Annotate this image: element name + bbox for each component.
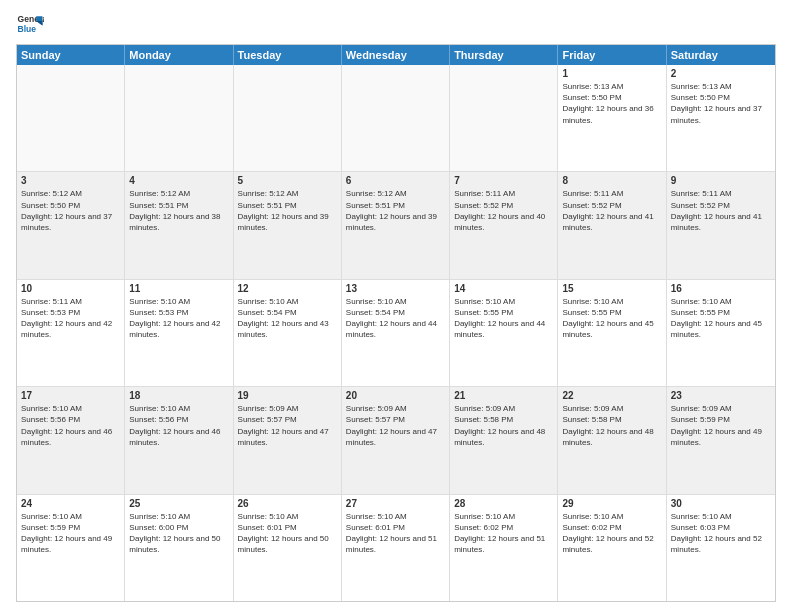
- calendar-cell: 22Sunrise: 5:09 AMSunset: 5:58 PMDayligh…: [558, 387, 666, 493]
- day-number: 2: [671, 68, 771, 79]
- cell-info: Sunrise: 5:12 AMSunset: 5:51 PMDaylight:…: [238, 188, 337, 233]
- calendar-body: 1Sunrise: 5:13 AMSunset: 5:50 PMDaylight…: [17, 65, 775, 601]
- cell-info: Sunrise: 5:10 AMSunset: 5:54 PMDaylight:…: [238, 296, 337, 341]
- cell-info: Sunrise: 5:11 AMSunset: 5:53 PMDaylight:…: [21, 296, 120, 341]
- calendar-cell: 24Sunrise: 5:10 AMSunset: 5:59 PMDayligh…: [17, 495, 125, 601]
- day-number: 29: [562, 498, 661, 509]
- cell-info: Sunrise: 5:09 AMSunset: 5:58 PMDaylight:…: [562, 403, 661, 448]
- calendar-row-2: 3Sunrise: 5:12 AMSunset: 5:50 PMDaylight…: [17, 171, 775, 278]
- calendar-cell: 6Sunrise: 5:12 AMSunset: 5:51 PMDaylight…: [342, 172, 450, 278]
- calendar-cell: 16Sunrise: 5:10 AMSunset: 5:55 PMDayligh…: [667, 280, 775, 386]
- calendar-cell: 30Sunrise: 5:10 AMSunset: 6:03 PMDayligh…: [667, 495, 775, 601]
- day-number: 15: [562, 283, 661, 294]
- calendar-cell: 29Sunrise: 5:10 AMSunset: 6:02 PMDayligh…: [558, 495, 666, 601]
- cell-info: Sunrise: 5:10 AMSunset: 5:55 PMDaylight:…: [671, 296, 771, 341]
- calendar-cell: 26Sunrise: 5:10 AMSunset: 6:01 PMDayligh…: [234, 495, 342, 601]
- cell-info: Sunrise: 5:11 AMSunset: 5:52 PMDaylight:…: [562, 188, 661, 233]
- logo-icon: General Blue: [16, 10, 44, 38]
- calendar-cell: 25Sunrise: 5:10 AMSunset: 6:00 PMDayligh…: [125, 495, 233, 601]
- day-number: 19: [238, 390, 337, 401]
- cell-info: Sunrise: 5:10 AMSunset: 5:54 PMDaylight:…: [346, 296, 445, 341]
- calendar-cell: [342, 65, 450, 171]
- weekday-header-thursday: Thursday: [450, 45, 558, 65]
- calendar-cell: 13Sunrise: 5:10 AMSunset: 5:54 PMDayligh…: [342, 280, 450, 386]
- day-number: 6: [346, 175, 445, 186]
- cell-info: Sunrise: 5:12 AMSunset: 5:51 PMDaylight:…: [346, 188, 445, 233]
- calendar-cell: 9Sunrise: 5:11 AMSunset: 5:52 PMDaylight…: [667, 172, 775, 278]
- day-number: 22: [562, 390, 661, 401]
- day-number: 20: [346, 390, 445, 401]
- calendar-page: General Blue SundayMondayTuesdayWednesda…: [0, 0, 792, 612]
- cell-info: Sunrise: 5:09 AMSunset: 5:57 PMDaylight:…: [238, 403, 337, 448]
- weekday-header-wednesday: Wednesday: [342, 45, 450, 65]
- calendar-cell: 8Sunrise: 5:11 AMSunset: 5:52 PMDaylight…: [558, 172, 666, 278]
- calendar-row-4: 17Sunrise: 5:10 AMSunset: 5:56 PMDayligh…: [17, 386, 775, 493]
- cell-info: Sunrise: 5:10 AMSunset: 6:02 PMDaylight:…: [454, 511, 553, 556]
- weekday-header-friday: Friday: [558, 45, 666, 65]
- day-number: 18: [129, 390, 228, 401]
- cell-info: Sunrise: 5:10 AMSunset: 6:01 PMDaylight:…: [346, 511, 445, 556]
- calendar-cell: 11Sunrise: 5:10 AMSunset: 5:53 PMDayligh…: [125, 280, 233, 386]
- cell-info: Sunrise: 5:10 AMSunset: 6:02 PMDaylight:…: [562, 511, 661, 556]
- calendar-header: SundayMondayTuesdayWednesdayThursdayFrid…: [17, 45, 775, 65]
- calendar-cell: 17Sunrise: 5:10 AMSunset: 5:56 PMDayligh…: [17, 387, 125, 493]
- calendar-cell: [234, 65, 342, 171]
- day-number: 14: [454, 283, 553, 294]
- day-number: 5: [238, 175, 337, 186]
- calendar-cell: 23Sunrise: 5:09 AMSunset: 5:59 PMDayligh…: [667, 387, 775, 493]
- day-number: 4: [129, 175, 228, 186]
- calendar-cell: 19Sunrise: 5:09 AMSunset: 5:57 PMDayligh…: [234, 387, 342, 493]
- calendar-cell: 27Sunrise: 5:10 AMSunset: 6:01 PMDayligh…: [342, 495, 450, 601]
- calendar-cell: 14Sunrise: 5:10 AMSunset: 5:55 PMDayligh…: [450, 280, 558, 386]
- calendar-cell: 5Sunrise: 5:12 AMSunset: 5:51 PMDaylight…: [234, 172, 342, 278]
- calendar-cell: 3Sunrise: 5:12 AMSunset: 5:50 PMDaylight…: [17, 172, 125, 278]
- day-number: 27: [346, 498, 445, 509]
- day-number: 21: [454, 390, 553, 401]
- header: General Blue: [16, 10, 776, 38]
- calendar-row-3: 10Sunrise: 5:11 AMSunset: 5:53 PMDayligh…: [17, 279, 775, 386]
- cell-info: Sunrise: 5:12 AMSunset: 5:51 PMDaylight:…: [129, 188, 228, 233]
- cell-info: Sunrise: 5:13 AMSunset: 5:50 PMDaylight:…: [562, 81, 661, 126]
- cell-info: Sunrise: 5:10 AMSunset: 5:55 PMDaylight:…: [454, 296, 553, 341]
- calendar-cell: 2Sunrise: 5:13 AMSunset: 5:50 PMDaylight…: [667, 65, 775, 171]
- day-number: 1: [562, 68, 661, 79]
- day-number: 9: [671, 175, 771, 186]
- weekday-header-sunday: Sunday: [17, 45, 125, 65]
- calendar-cell: 7Sunrise: 5:11 AMSunset: 5:52 PMDaylight…: [450, 172, 558, 278]
- cell-info: Sunrise: 5:09 AMSunset: 5:57 PMDaylight:…: [346, 403, 445, 448]
- day-number: 28: [454, 498, 553, 509]
- cell-info: Sunrise: 5:10 AMSunset: 6:01 PMDaylight:…: [238, 511, 337, 556]
- calendar-cell: [17, 65, 125, 171]
- calendar-cell: 15Sunrise: 5:10 AMSunset: 5:55 PMDayligh…: [558, 280, 666, 386]
- cell-info: Sunrise: 5:11 AMSunset: 5:52 PMDaylight:…: [671, 188, 771, 233]
- day-number: 30: [671, 498, 771, 509]
- svg-text:Blue: Blue: [18, 24, 37, 34]
- day-number: 12: [238, 283, 337, 294]
- cell-info: Sunrise: 5:09 AMSunset: 5:58 PMDaylight:…: [454, 403, 553, 448]
- calendar-cell: 21Sunrise: 5:09 AMSunset: 5:58 PMDayligh…: [450, 387, 558, 493]
- calendar-cell: 20Sunrise: 5:09 AMSunset: 5:57 PMDayligh…: [342, 387, 450, 493]
- day-number: 23: [671, 390, 771, 401]
- cell-info: Sunrise: 5:12 AMSunset: 5:50 PMDaylight:…: [21, 188, 120, 233]
- calendar-row-5: 24Sunrise: 5:10 AMSunset: 5:59 PMDayligh…: [17, 494, 775, 601]
- calendar-cell: 18Sunrise: 5:10 AMSunset: 5:56 PMDayligh…: [125, 387, 233, 493]
- day-number: 3: [21, 175, 120, 186]
- day-number: 26: [238, 498, 337, 509]
- cell-info: Sunrise: 5:10 AMSunset: 5:53 PMDaylight:…: [129, 296, 228, 341]
- cell-info: Sunrise: 5:11 AMSunset: 5:52 PMDaylight:…: [454, 188, 553, 233]
- day-number: 11: [129, 283, 228, 294]
- calendar-cell: [450, 65, 558, 171]
- calendar: SundayMondayTuesdayWednesdayThursdayFrid…: [16, 44, 776, 602]
- day-number: 8: [562, 175, 661, 186]
- logo: General Blue: [16, 10, 44, 38]
- calendar-cell: 28Sunrise: 5:10 AMSunset: 6:02 PMDayligh…: [450, 495, 558, 601]
- day-number: 10: [21, 283, 120, 294]
- calendar-cell: 12Sunrise: 5:10 AMSunset: 5:54 PMDayligh…: [234, 280, 342, 386]
- weekday-header-saturday: Saturday: [667, 45, 775, 65]
- cell-info: Sunrise: 5:09 AMSunset: 5:59 PMDaylight:…: [671, 403, 771, 448]
- day-number: 7: [454, 175, 553, 186]
- calendar-cell: [125, 65, 233, 171]
- day-number: 25: [129, 498, 228, 509]
- day-number: 13: [346, 283, 445, 294]
- day-number: 17: [21, 390, 120, 401]
